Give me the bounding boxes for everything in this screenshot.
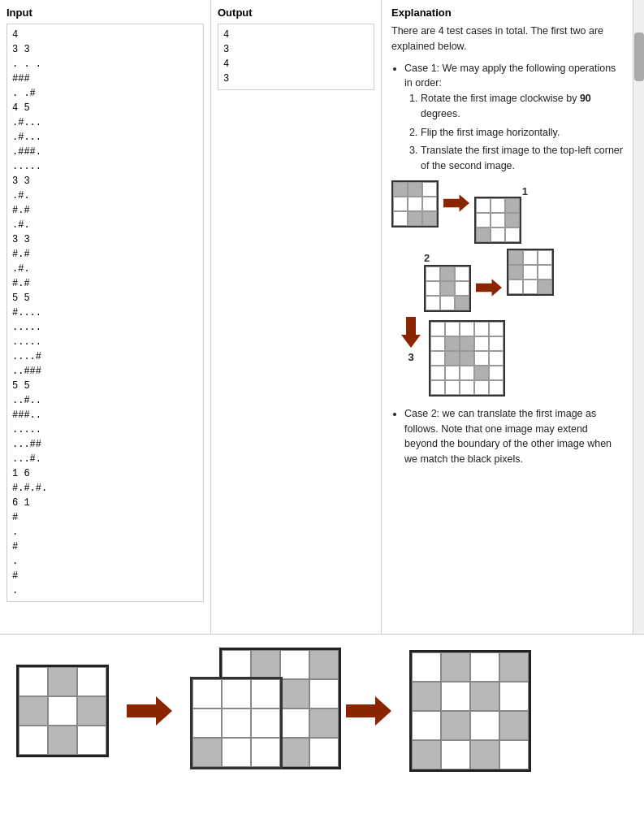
cell [505,213,520,228]
grid-before-2 [424,265,471,312]
scrollbar-thumb[interactable] [634,32,644,81]
scrollbar[interactable] [633,0,644,634]
cell [460,336,474,351]
output-content: 4 3 4 3 [218,24,374,90]
cell [474,336,489,351]
main-wrapper: Input 4 3 3 . . . ### . .# 4 5 .#... .#.… [0,0,644,786]
input-header: Input [6,6,204,19]
cell [430,351,445,366]
cell [460,351,474,366]
svg-marker-4 [346,696,391,726]
big-cell [48,726,77,755]
output-panel: Output 4 3 4 3 [211,0,382,634]
cell [505,198,520,213]
case-list: Case 1: We may apply the following opera… [404,61,624,174]
big-cell [222,738,251,767]
cell [476,228,491,242]
bottom-arrow-2 [344,691,393,731]
intro-text: There are 4 test cases in total. The fir… [391,24,624,54]
cell [489,351,504,366]
big-cell [251,650,280,679]
cell [422,182,437,197]
cell [430,336,445,351]
cell [460,366,474,380]
cell [445,351,460,366]
big-cell [309,650,339,679]
big-cell [19,696,48,726]
cell [422,197,437,211]
cell [489,336,504,351]
grid-after-1 [474,197,521,244]
cell [445,322,460,336]
cell [508,250,523,265]
grid-step3-result [429,317,505,396]
grid-step2-after [507,249,554,296]
arrow-svg-2 [476,276,502,299]
big-cell [192,708,222,738]
big-cell [222,679,251,708]
cell [460,322,474,336]
big-cell [309,738,339,767]
cell [393,211,408,226]
big-cell [280,679,309,708]
cell [508,280,523,294]
cell [474,366,489,380]
big-cell [309,679,339,708]
svg-marker-3 [127,696,172,726]
cell [422,211,437,226]
output-header: Output [218,6,374,19]
big-cell [412,711,441,740]
cell [491,228,505,242]
cell [426,266,440,281]
case2-list: Case 2: we can translate the first image… [404,406,624,467]
case2-section: Case 2: we can translate the first image… [391,406,624,467]
cell [455,296,469,310]
bottom-grid-2-front [190,677,283,769]
main-layout: Input 4 3 3 . . . ### . .# 4 5 .#... .#.… [0,0,644,635]
cell [445,380,460,395]
arrow-svg-1 [443,192,469,214]
input-panel: Input 4 3 3 . . . ### . .# 4 5 .#... .#.… [0,0,211,634]
case1-diagrams: 1 [391,180,624,467]
cell [430,322,445,336]
cell [538,250,552,265]
cell [523,250,538,265]
big-cell [192,738,222,767]
grid-before-1 [391,180,439,228]
arrow-2 [474,273,504,302]
cell [445,336,460,351]
cell [426,281,440,296]
diagram-step1: 1 [391,180,624,244]
cell [523,280,538,294]
explanation-panel: Explanation There are 4 test cases in to… [382,0,633,634]
big-cell [222,650,251,679]
big-cell [77,696,106,726]
big-cell [251,738,280,767]
cell [393,182,408,197]
bottom-grid-3 [409,650,531,772]
input-content: 4 3 3 . . . ### . .# 4 5 .#... .#... .##… [6,24,204,602]
case2-label: Case 2: we can translate the first image… [404,408,612,465]
bottom-arrow-1 [125,691,174,731]
cell [408,182,422,197]
bottom-grid-2-fg [190,677,283,769]
cell [430,366,445,380]
cell [474,322,489,336]
cell [445,366,460,380]
step-label-2: 2 [424,250,430,266]
cell [538,265,552,280]
grid-step2-before: 2 [424,265,471,312]
big-cell [280,650,309,679]
cell [440,266,455,281]
cell [489,322,504,336]
cell [408,197,422,211]
big-cell [77,667,106,696]
grid-step1-before [391,180,439,228]
diagram-step3: 3 [400,317,624,396]
cell [460,380,474,395]
big-cell [470,652,499,682]
big-cell [48,667,77,696]
svg-marker-2 [401,317,421,348]
big-cell [280,738,309,767]
big-cell [441,740,470,769]
